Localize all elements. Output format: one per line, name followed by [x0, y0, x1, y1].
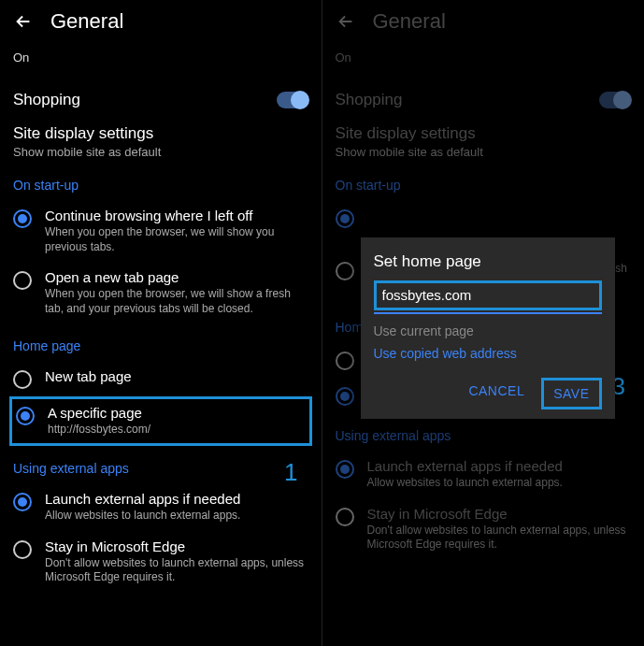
save-button[interactable]: SAVE	[541, 378, 601, 409]
on-status: On	[0, 50, 322, 83]
home-specific-highlight: A specific page http://fossbytes.com/	[9, 396, 312, 446]
site-display-section[interactable]: Site display settings Show mobile site a…	[0, 117, 322, 163]
external-heading: Using external apps	[322, 413, 645, 451]
dialog-title: Set home page	[374, 252, 602, 271]
back-icon[interactable]	[13, 11, 34, 32]
radio-icon[interactable]	[13, 209, 32, 228]
ext-stay[interactable]: Stay in Microsoft Edge Don't allow websi…	[0, 531, 322, 593]
cancel-button[interactable]: CANCEL	[459, 378, 534, 409]
use-copied-link[interactable]: Use copied web address	[374, 342, 602, 365]
radio-icon[interactable]	[13, 540, 32, 559]
home-newtab[interactable]: New tab page	[0, 361, 322, 396]
annotation-1: 1	[284, 458, 297, 487]
shopping-row[interactable]: Shopping	[322, 83, 645, 117]
startup-heading: On start-up	[322, 163, 645, 200]
radio-icon[interactable]	[336, 209, 354, 228]
header: General	[322, 0, 645, 50]
left-panel: General On Shopping Site display setting…	[0, 0, 322, 646]
startup-newtab[interactable]: Open a new tab page When you open the br…	[0, 262, 322, 323]
radio-icon[interactable]	[336, 262, 354, 280]
radio-icon[interactable]	[16, 407, 35, 425]
radio-icon[interactable]	[336, 508, 354, 526]
radio-icon[interactable]	[336, 352, 354, 370]
site-display-title: Site display settings	[13, 124, 308, 143]
on-status: On	[322, 50, 645, 83]
ext-launch[interactable]: Launch external apps if needed Allow web…	[0, 483, 322, 531]
startup-continue[interactable]: Continue browsing where I left off When …	[0, 200, 322, 262]
shopping-toggle[interactable]	[277, 92, 308, 108]
page-title: General	[50, 9, 123, 34]
radio-icon[interactable]	[336, 387, 354, 406]
back-icon[interactable]	[336, 11, 356, 32]
home-heading: Home page	[0, 323, 322, 361]
shopping-row[interactable]: Shopping	[0, 83, 322, 117]
shopping-toggle[interactable]	[599, 92, 631, 108]
home-specific[interactable]: A specific page http://fossbytes.com/	[16, 405, 306, 438]
ext-launch[interactable]: Launch external apps if needed Allow web…	[322, 451, 645, 498]
page-title: General	[373, 9, 446, 34]
set-home-page-dialog: Set home page Use current page Use copie…	[361, 237, 615, 419]
site-display-sub: Show mobile site as default	[13, 145, 308, 159]
url-input-highlight	[374, 280, 602, 310]
startup-heading: On start-up	[0, 163, 322, 200]
radio-icon[interactable]	[13, 493, 32, 511]
radio-icon[interactable]	[13, 370, 32, 389]
url-input[interactable]	[382, 287, 594, 303]
header: General	[0, 0, 322, 50]
shopping-label: Shopping	[13, 91, 80, 109]
external-heading: Using external apps	[0, 446, 322, 483]
radio-icon[interactable]	[336, 460, 354, 479]
ext-stay[interactable]: Stay in Microsoft Edge Don't allow websi…	[322, 498, 645, 560]
radio-icon[interactable]	[13, 271, 32, 290]
right-panel: General On Shopping Site display setting…	[322, 0, 645, 646]
input-underline	[374, 312, 602, 314]
site-display-section[interactable]: Site display settings Show mobile site a…	[322, 117, 645, 163]
use-current-link[interactable]: Use current page	[374, 320, 602, 342]
